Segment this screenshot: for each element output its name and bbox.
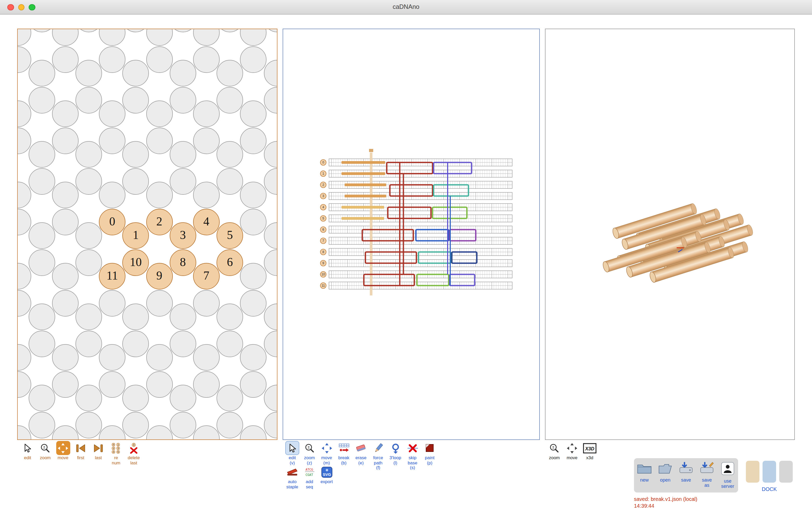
lattice-circle[interactable] [169, 411, 196, 438]
lattice-circle[interactable] [169, 303, 196, 330]
lattice-circle[interactable] [193, 290, 220, 316]
tool-export[interactable]: ✺SVGexport [318, 465, 335, 484]
useserver-button[interactable]: use server [718, 462, 737, 489]
lattice-circle[interactable] [28, 222, 55, 249]
zoom-window-button[interactable] [29, 4, 35, 10]
tool-autostaple[interactable]: auto staple [284, 465, 301, 489]
tool-x3d[interactable]: X3Dx3d [581, 441, 599, 460]
scaffold-segment[interactable] [345, 195, 386, 197]
saveas-button[interactable]: save as [697, 462, 717, 488]
lattice-circle[interactable] [216, 29, 243, 32]
lattice-circle[interactable] [52, 181, 78, 208]
path-view-canvas[interactable]: 01234567891011 [283, 29, 539, 439]
scaffold-segment[interactable] [342, 161, 385, 164]
minimize-window-button[interactable] [18, 4, 25, 10]
lattice-circle[interactable] [76, 141, 102, 167]
lattice-circle[interactable] [52, 46, 78, 73]
tool-move[interactable]: move (m) [318, 441, 335, 465]
lattice-circle[interactable] [99, 127, 125, 154]
lattice-circle[interactable] [52, 29, 78, 46]
lattice-circle[interactable] [169, 29, 196, 32]
lattice-circle[interactable] [193, 425, 220, 440]
lattice-circle[interactable] [123, 303, 149, 330]
lattice-circle[interactable] [99, 371, 125, 398]
slice-helix-1[interactable]: 1 [123, 222, 149, 249]
path-helix-badge-5[interactable]: 5 [320, 216, 326, 221]
lattice-circle[interactable] [99, 29, 125, 46]
lattice-circle[interactable] [240, 208, 267, 235]
lattice-circle[interactable] [146, 46, 173, 73]
lattice-circle[interactable] [193, 46, 220, 73]
lattice-circle[interactable] [216, 60, 243, 86]
tool-erase[interactable]: erase (e) [352, 441, 370, 465]
slice-helix-8[interactable]: 8 [169, 249, 196, 276]
lattice-circle[interactable] [240, 127, 267, 154]
lattice-circle[interactable] [123, 60, 149, 86]
slice-helix-3[interactable]: 3 [169, 222, 196, 249]
lattice-circle[interactable] [216, 168, 243, 195]
tool-addseq[interactable]: ATCGCGATadd seq [301, 465, 318, 489]
lattice-circle[interactable] [169, 141, 196, 167]
lattice-circle[interactable] [52, 371, 78, 398]
lattice-circle[interactable] [52, 263, 78, 289]
3d-view-canvas[interactable] [546, 29, 794, 439]
tool-first[interactable]: first [72, 441, 89, 460]
lattice-circle[interactable] [76, 168, 102, 195]
lattice-circle[interactable] [123, 411, 149, 438]
lattice-circle[interactable] [28, 141, 55, 167]
lattice-circle[interactable] [52, 425, 78, 440]
lattice-circle[interactable] [76, 29, 102, 32]
slice-helix-4[interactable]: 4 [193, 208, 220, 235]
lattice-circle[interactable] [28, 29, 55, 32]
slice-helix-6[interactable]: 6 [216, 249, 243, 276]
tool-break[interactable]: break (b) [335, 441, 352, 465]
lattice-circle[interactable] [240, 100, 267, 127]
lattice-circle[interactable] [123, 168, 149, 195]
lattice-circle[interactable] [76, 60, 102, 86]
lattice-circle[interactable] [52, 100, 78, 127]
scaffold-segment[interactable] [345, 183, 386, 186]
scaffold-segment[interactable] [342, 172, 385, 175]
lattice-circle[interactable] [123, 87, 149, 113]
tool-loop3[interactable]: 3'loop (l) [387, 441, 404, 465]
lattice-circle[interactable] [76, 411, 102, 438]
lattice-circle[interactable] [123, 385, 149, 411]
tool-skipbase[interactable]: skip base (s) [404, 441, 421, 471]
lattice-circle[interactable] [169, 60, 196, 86]
scaffold-segment[interactable] [342, 217, 384, 220]
tool-zoom[interactable]: ±zoom (z) [301, 441, 318, 465]
tool-deletelast[interactable]: 0delete last [125, 441, 143, 465]
lattice-circle[interactable] [193, 371, 220, 398]
tool-paint[interactable]: paint (p) [421, 441, 438, 465]
lattice-circle[interactable] [99, 100, 125, 127]
tool-zoom[interactable]: ±zoom [546, 441, 563, 460]
lattice-circle[interactable] [146, 181, 173, 208]
slice-helix-10[interactable]: 10 [123, 249, 149, 276]
lattice-circle[interactable] [146, 344, 173, 370]
slice-view-panel[interactable]: 01234511109876 [17, 29, 278, 440]
tool-edit[interactable]: edit [19, 441, 36, 460]
path-helix-badge-0[interactable]: 0 [320, 160, 326, 165]
dock-swatch-0[interactable] [746, 461, 759, 483]
lattice-circle[interactable] [240, 29, 267, 46]
lattice-circle[interactable] [169, 330, 196, 357]
lattice-circle[interactable] [123, 330, 149, 357]
lattice-circle[interactable] [240, 46, 267, 73]
lattice-circle[interactable] [76, 385, 102, 411]
tool-move[interactable]: move [54, 441, 72, 460]
lattice-circle[interactable] [146, 425, 173, 440]
lattice-circle[interactable] [123, 29, 149, 32]
lattice-circle[interactable] [52, 290, 78, 316]
lattice-circle[interactable] [28, 411, 55, 438]
tool-edit[interactable]: edit (v) [284, 441, 301, 465]
lattice-circle[interactable] [99, 425, 125, 440]
close-window-button[interactable] [7, 4, 14, 10]
tool-move[interactable]: move [563, 441, 581, 460]
lattice-circle[interactable] [240, 290, 267, 316]
save-button[interactable]: save [676, 462, 696, 483]
lattice-circle[interactable] [216, 385, 243, 411]
lattice-circle[interactable] [146, 371, 173, 398]
path-helix-badge-6[interactable]: 6 [320, 227, 326, 232]
lattice-circle[interactable] [28, 330, 55, 357]
lattice-circle[interactable] [216, 330, 243, 357]
